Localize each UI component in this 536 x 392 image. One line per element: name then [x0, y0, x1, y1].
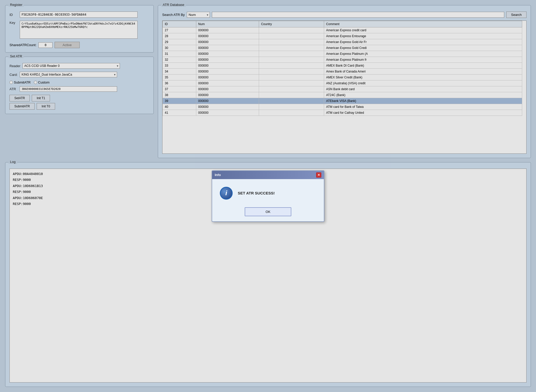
ok-button[interactable]: OK	[245, 207, 292, 216]
info-icon: i	[220, 187, 233, 200]
dialog-close-button[interactable]: ✕	[316, 172, 321, 178]
info-dialog: Info ✕ i SET ATR SUCCESS! OK	[212, 170, 324, 222]
dialog-overlay: Info ✕ i SET ATR SUCCESS! OK	[0, 0, 536, 392]
dialog-body: i SET ATR SUCCESS!	[212, 179, 324, 205]
dialog-titlebar: Info ✕	[212, 171, 324, 179]
dialog-title: Info	[215, 173, 221, 177]
dialog-footer: OK	[212, 205, 324, 221]
dialog-message: SET ATR SUCCESS!	[238, 191, 275, 195]
